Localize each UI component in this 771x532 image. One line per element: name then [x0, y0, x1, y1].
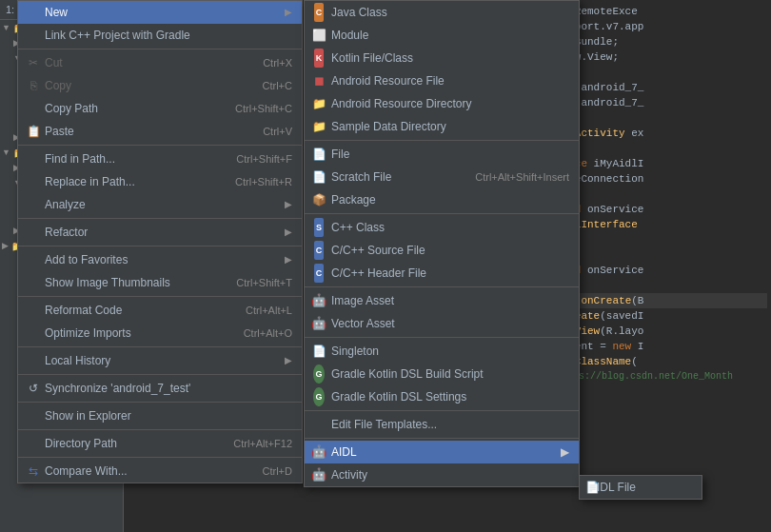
context-menu-item-directory-path[interactable]: Directory Path Ctrl+Alt+F12 [18, 432, 302, 455]
cpp-source-icon: C [310, 243, 327, 258]
shortcut-label: Ctrl+Alt+F12 [233, 435, 292, 452]
menu-item-label: Paste [45, 123, 74, 140]
submenu-arrow: ▶ [285, 224, 292, 241]
menu-item-label: Add to Favorites [45, 251, 128, 268]
image-asset-icon: 🤖 [310, 293, 327, 308]
submenu-item-aidl[interactable]: 🤖 AIDL ▶ [305, 441, 579, 463]
cpp-header-icon: C [310, 266, 327, 281]
cut-icon: ✂ [26, 55, 41, 70]
context-menu-item-find-in-path[interactable]: Find in Path... Ctrl+Shift+F [18, 148, 302, 170]
menu-item-label: Replace in Path... [45, 173, 135, 190]
menu-separator [18, 429, 302, 430]
submenu-item-cpp-class[interactable]: S C++ Class [305, 216, 579, 239]
kotlin-icon: K [310, 50, 327, 66]
activity-icon: 🤖 [310, 467, 327, 483]
submenu-item-scratch-file[interactable]: 📄 Scratch File Ctrl+Alt+Shift+Insert [305, 166, 579, 188]
separator [305, 410, 579, 411]
context-menu-item-replace-in-path[interactable]: Replace in Path... Ctrl+Shift+R [18, 170, 302, 193]
submenu-arrow: ▶ [285, 4, 292, 21]
submenu-item-module[interactable]: ⬜ Module [305, 24, 579, 47]
menu-item-label: New [45, 4, 68, 21]
submenu-item-singleton[interactable]: 📄 Singleton [305, 340, 579, 363]
submenu-aidl-file[interactable]: 📄 AIDL File [580, 476, 702, 499]
android-res-file-icon: ◼ [310, 73, 327, 89]
submenu-item-label: File [331, 146, 349, 163]
shortcut-label: Ctrl+Shift+R [235, 173, 292, 190]
paste-icon: 📋 [26, 124, 41, 139]
menu-separator [18, 218, 302, 219]
menu-separator [18, 145, 302, 146]
submenu-arrow: ▶ [285, 196, 292, 213]
submenu-arrow: ▶ [285, 251, 292, 268]
menu-separator [18, 374, 302, 375]
vector-asset-icon: 🤖 [310, 316, 327, 331]
context-menu-item-show-explorer[interactable]: Show in Explorer [18, 404, 302, 427]
submenu-item-gradle-kotlin-build[interactable]: G Gradle Kotlin DSL Build Script [305, 363, 579, 385]
separator [305, 140, 579, 141]
menu-item-label: Local History [45, 352, 110, 369]
menu-item-label: Refactor [45, 224, 88, 241]
context-menu-item-synchronize[interactable]: ↺ Synchronize 'android_7_test' [18, 377, 302, 400]
submenu-item-label: Android Resource File [331, 72, 445, 89]
submenu-item-label: Activity [331, 466, 367, 483]
context-menu-item-optimize-imports[interactable]: Optimize Imports Ctrl+Alt+O [18, 322, 302, 345]
file-icon: 📄 [310, 147, 327, 162]
submenu-item-cpp-header[interactable]: C C/C++ Header File [305, 262, 579, 285]
submenu-item-label: Module [331, 27, 368, 44]
aidl-file-icon: 📄 [583, 480, 601, 495]
shortcut-label: Ctrl+Alt+L [246, 302, 292, 319]
context-menu-item-copy[interactable]: ⎘ Copy Ctrl+C [18, 74, 302, 97]
submenu-item-image-asset[interactable]: 🤖 Image Asset [305, 289, 579, 312]
context-menu-item-show-thumbnails[interactable]: Show Image Thumbnails Ctrl+Shift+T [18, 271, 302, 294]
submenu-item-package[interactable]: 📦 Package [305, 188, 579, 211]
shortcut-label: Ctrl+X [263, 54, 292, 71]
submenu-item-label: Package [331, 191, 376, 208]
sync-icon: ↺ [26, 381, 41, 396]
context-menu-item-copy-path[interactable]: Copy Path Ctrl+Shift+C [18, 97, 302, 120]
aidl-icon: 🤖 [310, 444, 327, 460]
context-menu-item-paste[interactable]: 📋 Paste Ctrl+V [18, 120, 302, 143]
shortcut-label: Ctrl+Shift+T [236, 274, 292, 291]
gradle-build-icon: G [310, 366, 327, 382]
submenu-item-vector-asset[interactable]: 🤖 Vector Asset [305, 312, 579, 335]
context-menu-item-link-cpp[interactable]: Link C++ Project with Gradle [18, 24, 302, 47]
context-menu-item-add-favorites[interactable]: Add to Favorites ▶ [18, 248, 302, 271]
submenu-item-label: AIDL [331, 443, 357, 461]
sample-data-dir-icon: 📁 [310, 119, 327, 134]
context-menu-item-compare-with[interactable]: ⇆ Compare With... Ctrl+D [18, 460, 302, 483]
submenu-arrow: ▶ [285, 352, 292, 369]
separator [305, 438, 579, 439]
submenu-item-label: Singleton [331, 343, 379, 360]
shortcut-label: Ctrl+Shift+F [236, 150, 292, 167]
context-menu-item-reformat[interactable]: Reformat Code Ctrl+Alt+L [18, 299, 302, 322]
submenu-item-label: C/C++ Header File [331, 265, 426, 282]
submenu-item-gradle-kotlin-settings[interactable]: G Gradle Kotlin DSL Settings [305, 385, 579, 408]
context-menu-item-cut[interactable]: ✂ Cut Ctrl+X [18, 51, 302, 74]
context-menu-item-new[interactable]: New ▶ [18, 1, 302, 24]
submenu-item-label: Edit File Templates... [331, 416, 437, 433]
cpp-class-icon: S [310, 220, 327, 235]
submenu-item-label: Kotlin File/Class [331, 49, 413, 67]
menu-separator [18, 457, 302, 458]
submenu-item-file[interactable]: 📄 File [305, 143, 579, 166]
submenu-item-android-res-dir[interactable]: 📁 Android Resource Directory [305, 92, 579, 115]
context-menu-item-refactor[interactable]: Refactor ▶ [18, 221, 302, 244]
context-menu-item-local-history[interactable]: Local History ▶ [18, 349, 302, 372]
separator [305, 337, 579, 338]
separator [305, 286, 579, 287]
shortcut-label: Ctrl+Shift+C [235, 100, 292, 117]
context-menu-item-analyze[interactable]: Analyze ▶ [18, 193, 302, 216]
menu-item-label: Optimize Imports [45, 325, 131, 342]
submenu-item-java-class[interactable]: C Java Class [305, 1, 579, 24]
shortcut-label: Ctrl+Alt+O [244, 325, 292, 342]
submenu-item-cpp-source[interactable]: C C/C++ Source File [305, 239, 579, 262]
submenu-item-label: Android Resource Directory [331, 95, 471, 112]
submenu-item-sample-data-dir[interactable]: 📁 Sample Data Directory [305, 115, 579, 138]
menu-item-label: Directory Path [45, 435, 117, 452]
submenu-item-edit-templates[interactable]: Edit File Templates... [305, 413, 579, 436]
menu-overlay: New ▶ Link C++ Project with Gradle ✂ Cut… [0, 0, 771, 532]
submenu-item-android-res-file[interactable]: ◼ Android Resource File [305, 69, 579, 92]
menu-item-label: Link C++ Project with Gradle [45, 27, 190, 44]
submenu-item-activity[interactable]: 🤖 Activity [305, 463, 579, 486]
submenu-item-kotlin[interactable]: K Kotlin File/Class [305, 47, 579, 69]
